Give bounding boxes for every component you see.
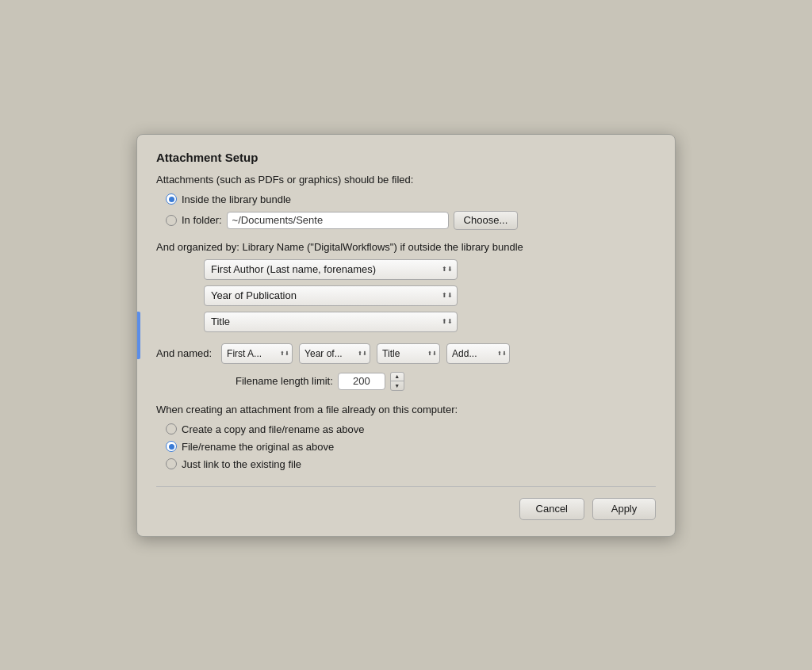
named-select4-wrapper: Add... First A... Year of... Title — [446, 343, 510, 364]
named-select3-wrapper: Title Year of... First A... — [377, 343, 440, 364]
radio-rename-row[interactable]: File/rename the original as above — [166, 441, 656, 453]
named-select3[interactable]: Title Year of... First A... — [377, 343, 440, 364]
named-label: And named: — [156, 347, 212, 359]
radio-link-row[interactable]: Just link to the existing file — [166, 458, 656, 470]
bottom-buttons: Cancel Apply — [156, 486, 656, 520]
radio-copy[interactable] — [166, 423, 177, 435]
year-select[interactable]: Year of Publication First Author (Last n… — [204, 285, 458, 306]
radio-infolder-row[interactable]: In folder: Choose... — [166, 211, 656, 230]
named-select2[interactable]: Year of... First A... Title — [299, 343, 370, 364]
choose-button[interactable]: Choose... — [454, 211, 519, 230]
radio-infolder-label: In folder: — [182, 214, 222, 226]
filename-row: Filename length limit: ▲ ▼ — [236, 372, 656, 391]
first-author-select[interactable]: First Author (Last name, forenames) Last… — [204, 259, 458, 280]
attachment-setup-dialog: Attachment Setup Attachments (such as PD… — [136, 134, 676, 537]
radio-inside[interactable] — [166, 193, 177, 205]
filename-limit-input[interactable] — [338, 373, 385, 390]
radio-link-label: Just link to the existing file — [182, 458, 301, 470]
radio-link[interactable] — [166, 458, 177, 469]
attachments-label: Attachments (such as PDFs or graphics) s… — [156, 174, 656, 186]
title-select-wrapper: Title Year of Publication First Author (… — [204, 312, 458, 332]
first-author-select-wrapper: First Author (Last name, forenames) Last… — [204, 259, 458, 280]
when-creating-radio-group: Create a copy and file/rename as above F… — [166, 423, 656, 470]
radio-infolder[interactable] — [166, 215, 177, 226]
when-creating-label: When creating an attachment from a file … — [156, 404, 656, 415]
dialog-title: Attachment Setup — [156, 151, 656, 164]
when-creating-section: When creating an attachment from a file … — [156, 404, 656, 470]
named-row: And named: First A... Last A... Year of.… — [156, 343, 656, 364]
radio-inside-label: Inside the library bundle — [182, 193, 291, 205]
organized-by-label: And organized by: Library Name ("Digital… — [156, 241, 656, 253]
filename-label: Filename length limit: — [236, 375, 333, 387]
radio-copy-row[interactable]: Create a copy and file/rename as above — [166, 423, 656, 435]
radio-copy-label: Create a copy and file/rename as above — [182, 423, 365, 435]
apply-button[interactable]: Apply — [592, 498, 656, 520]
organized-select-group: First Author (Last name, forenames) Last… — [204, 259, 656, 332]
radio-rename-label: File/rename the original as above — [182, 441, 334, 453]
filename-spinner: ▲ ▼ — [390, 372, 404, 391]
left-accent — [137, 312, 140, 359]
named-select1[interactable]: First A... Last A... Year of... Title — [221, 343, 293, 364]
cancel-button[interactable]: Cancel — [519, 498, 584, 520]
folder-path-input[interactable] — [227, 212, 449, 229]
radio-inside-row[interactable]: Inside the library bundle — [166, 193, 656, 205]
title-select[interactable]: Title Year of Publication First Author (… — [204, 312, 458, 332]
named-select4[interactable]: Add... First A... Year of... Title — [446, 343, 510, 364]
named-select1-wrapper: First A... Last A... Year of... Title — [221, 343, 293, 364]
named-select2-wrapper: Year of... First A... Title — [299, 343, 370, 364]
filing-radio-group: Inside the library bundle In folder: Cho… — [166, 193, 656, 230]
spinner-up[interactable]: ▲ — [391, 373, 404, 381]
radio-rename[interactable] — [166, 441, 177, 452]
year-select-wrapper: Year of Publication First Author (Last n… — [204, 285, 458, 306]
organized-section: And organized by: Library Name ("Digital… — [156, 241, 656, 332]
spinner-down[interactable]: ▼ — [391, 381, 404, 390]
